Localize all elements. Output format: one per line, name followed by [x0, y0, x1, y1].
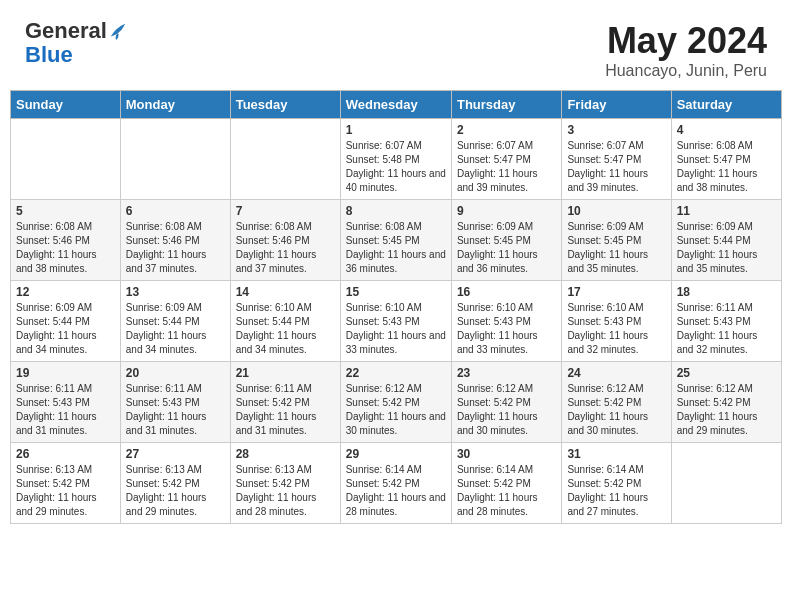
calendar-week-row: 12Sunrise: 6:09 AM Sunset: 5:44 PM Dayli… — [11, 281, 782, 362]
day-number: 5 — [16, 204, 115, 218]
day-info: Sunrise: 6:13 AM Sunset: 5:42 PM Dayligh… — [126, 463, 225, 519]
day-number: 9 — [457, 204, 556, 218]
day-number: 11 — [677, 204, 776, 218]
calendar-cell: 29Sunrise: 6:14 AM Sunset: 5:42 PM Dayli… — [340, 443, 451, 524]
day-number: 4 — [677, 123, 776, 137]
calendar-cell: 8Sunrise: 6:08 AM Sunset: 5:45 PM Daylig… — [340, 200, 451, 281]
day-info: Sunrise: 6:08 AM Sunset: 5:46 PM Dayligh… — [16, 220, 115, 276]
calendar-cell: 2Sunrise: 6:07 AM Sunset: 5:47 PM Daylig… — [451, 119, 561, 200]
day-number: 20 — [126, 366, 225, 380]
calendar-cell: 16Sunrise: 6:10 AM Sunset: 5:43 PM Dayli… — [451, 281, 561, 362]
day-info: Sunrise: 6:10 AM Sunset: 5:43 PM Dayligh… — [457, 301, 556, 357]
calendar-cell: 19Sunrise: 6:11 AM Sunset: 5:43 PM Dayli… — [11, 362, 121, 443]
day-info: Sunrise: 6:14 AM Sunset: 5:42 PM Dayligh… — [567, 463, 665, 519]
day-number: 28 — [236, 447, 335, 461]
day-info: Sunrise: 6:10 AM Sunset: 5:43 PM Dayligh… — [567, 301, 665, 357]
day-of-week-header: Thursday — [451, 91, 561, 119]
day-of-week-header: Tuesday — [230, 91, 340, 119]
calendar-cell — [11, 119, 121, 200]
calendar-cell: 11Sunrise: 6:09 AM Sunset: 5:44 PM Dayli… — [671, 200, 781, 281]
day-info: Sunrise: 6:13 AM Sunset: 5:42 PM Dayligh… — [236, 463, 335, 519]
day-number: 12 — [16, 285, 115, 299]
day-info: Sunrise: 6:07 AM Sunset: 5:47 PM Dayligh… — [457, 139, 556, 195]
calendar-header-row: SundayMondayTuesdayWednesdayThursdayFrid… — [11, 91, 782, 119]
day-info: Sunrise: 6:13 AM Sunset: 5:42 PM Dayligh… — [16, 463, 115, 519]
day-number: 8 — [346, 204, 446, 218]
day-info: Sunrise: 6:08 AM Sunset: 5:46 PM Dayligh… — [126, 220, 225, 276]
day-info: Sunrise: 6:12 AM Sunset: 5:42 PM Dayligh… — [346, 382, 446, 438]
day-number: 22 — [346, 366, 446, 380]
calendar-cell — [671, 443, 781, 524]
calendar-cell: 27Sunrise: 6:13 AM Sunset: 5:42 PM Dayli… — [120, 443, 230, 524]
day-info: Sunrise: 6:12 AM Sunset: 5:42 PM Dayligh… — [677, 382, 776, 438]
day-info: Sunrise: 6:08 AM Sunset: 5:46 PM Dayligh… — [236, 220, 335, 276]
calendar-cell: 28Sunrise: 6:13 AM Sunset: 5:42 PM Dayli… — [230, 443, 340, 524]
day-info: Sunrise: 6:09 AM Sunset: 5:44 PM Dayligh… — [126, 301, 225, 357]
calendar-cell: 23Sunrise: 6:12 AM Sunset: 5:42 PM Dayli… — [451, 362, 561, 443]
day-number: 30 — [457, 447, 556, 461]
calendar-week-row: 5Sunrise: 6:08 AM Sunset: 5:46 PM Daylig… — [11, 200, 782, 281]
day-number: 27 — [126, 447, 225, 461]
day-number: 18 — [677, 285, 776, 299]
calendar-cell: 18Sunrise: 6:11 AM Sunset: 5:43 PM Dayli… — [671, 281, 781, 362]
day-info: Sunrise: 6:10 AM Sunset: 5:43 PM Dayligh… — [346, 301, 446, 357]
day-of-week-header: Saturday — [671, 91, 781, 119]
day-info: Sunrise: 6:09 AM Sunset: 5:45 PM Dayligh… — [567, 220, 665, 276]
logo-row1: General — [25, 20, 127, 42]
page-title: May 2024 — [605, 20, 767, 62]
page-subtitle: Huancayo, Junin, Peru — [605, 62, 767, 80]
day-info: Sunrise: 6:12 AM Sunset: 5:42 PM Dayligh… — [567, 382, 665, 438]
day-info: Sunrise: 6:09 AM Sunset: 5:44 PM Dayligh… — [16, 301, 115, 357]
calendar-cell: 21Sunrise: 6:11 AM Sunset: 5:42 PM Dayli… — [230, 362, 340, 443]
day-info: Sunrise: 6:11 AM Sunset: 5:42 PM Dayligh… — [236, 382, 335, 438]
day-number: 3 — [567, 123, 665, 137]
day-of-week-header: Sunday — [11, 91, 121, 119]
day-number: 2 — [457, 123, 556, 137]
calendar-cell — [120, 119, 230, 200]
day-number: 10 — [567, 204, 665, 218]
day-number: 19 — [16, 366, 115, 380]
calendar-cell: 25Sunrise: 6:12 AM Sunset: 5:42 PM Dayli… — [671, 362, 781, 443]
day-info: Sunrise: 6:07 AM Sunset: 5:48 PM Dayligh… — [346, 139, 446, 195]
calendar-week-row: 19Sunrise: 6:11 AM Sunset: 5:43 PM Dayli… — [11, 362, 782, 443]
calendar-cell: 10Sunrise: 6:09 AM Sunset: 5:45 PM Dayli… — [562, 200, 671, 281]
day-number: 21 — [236, 366, 335, 380]
day-info: Sunrise: 6:10 AM Sunset: 5:44 PM Dayligh… — [236, 301, 335, 357]
day-number: 23 — [457, 366, 556, 380]
day-info: Sunrise: 6:09 AM Sunset: 5:44 PM Dayligh… — [677, 220, 776, 276]
day-number: 7 — [236, 204, 335, 218]
day-of-week-header: Monday — [120, 91, 230, 119]
page-header: General Blue May 2024 Huancayo, Junin, P… — [10, 10, 782, 85]
calendar-cell — [230, 119, 340, 200]
day-number: 26 — [16, 447, 115, 461]
day-info: Sunrise: 6:08 AM Sunset: 5:47 PM Dayligh… — [677, 139, 776, 195]
day-number: 16 — [457, 285, 556, 299]
calendar-cell: 7Sunrise: 6:08 AM Sunset: 5:46 PM Daylig… — [230, 200, 340, 281]
logo-bird-icon — [109, 20, 127, 42]
day-number: 1 — [346, 123, 446, 137]
day-number: 29 — [346, 447, 446, 461]
day-of-week-header: Wednesday — [340, 91, 451, 119]
calendar-cell: 22Sunrise: 6:12 AM Sunset: 5:42 PM Dayli… — [340, 362, 451, 443]
calendar-cell: 24Sunrise: 6:12 AM Sunset: 5:42 PM Dayli… — [562, 362, 671, 443]
calendar-cell: 5Sunrise: 6:08 AM Sunset: 5:46 PM Daylig… — [11, 200, 121, 281]
calendar-cell: 17Sunrise: 6:10 AM Sunset: 5:43 PM Dayli… — [562, 281, 671, 362]
calendar-cell: 26Sunrise: 6:13 AM Sunset: 5:42 PM Dayli… — [11, 443, 121, 524]
calendar-cell: 12Sunrise: 6:09 AM Sunset: 5:44 PM Dayli… — [11, 281, 121, 362]
day-info: Sunrise: 6:07 AM Sunset: 5:47 PM Dayligh… — [567, 139, 665, 195]
calendar-week-row: 1Sunrise: 6:07 AM Sunset: 5:48 PM Daylig… — [11, 119, 782, 200]
logo-text-blue: Blue — [25, 42, 73, 68]
day-number: 17 — [567, 285, 665, 299]
calendar-table: SundayMondayTuesdayWednesdayThursdayFrid… — [10, 90, 782, 524]
calendar-cell: 1Sunrise: 6:07 AM Sunset: 5:48 PM Daylig… — [340, 119, 451, 200]
day-number: 24 — [567, 366, 665, 380]
day-info: Sunrise: 6:14 AM Sunset: 5:42 PM Dayligh… — [457, 463, 556, 519]
calendar-cell: 30Sunrise: 6:14 AM Sunset: 5:42 PM Dayli… — [451, 443, 561, 524]
day-info: Sunrise: 6:09 AM Sunset: 5:45 PM Dayligh… — [457, 220, 556, 276]
logo-text-general: General — [25, 20, 107, 42]
day-number: 15 — [346, 285, 446, 299]
title-block: May 2024 Huancayo, Junin, Peru — [605, 20, 767, 80]
calendar-cell: 14Sunrise: 6:10 AM Sunset: 5:44 PM Dayli… — [230, 281, 340, 362]
day-number: 6 — [126, 204, 225, 218]
day-info: Sunrise: 6:12 AM Sunset: 5:42 PM Dayligh… — [457, 382, 556, 438]
